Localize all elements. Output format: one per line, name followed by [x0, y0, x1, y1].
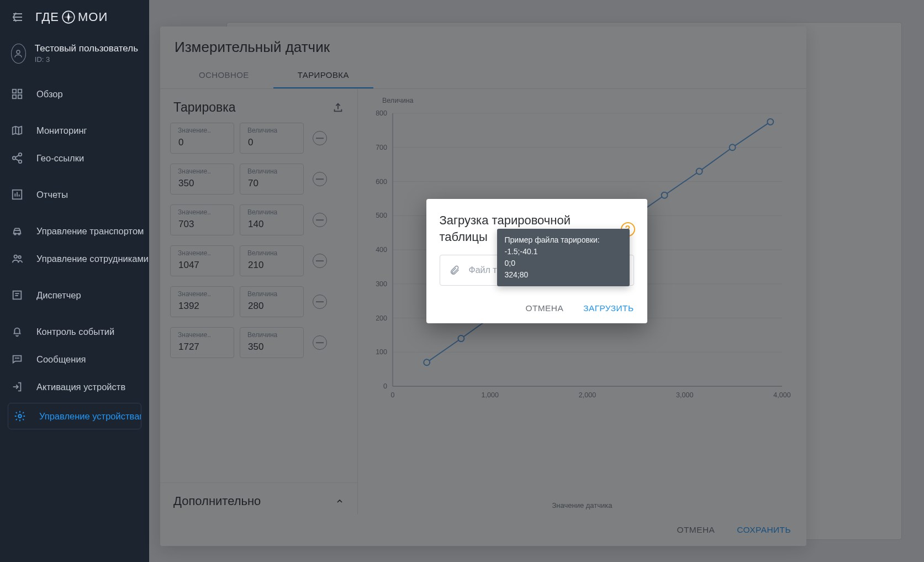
car-icon [11, 225, 23, 237]
svg-point-34 [18, 414, 22, 418]
user-id: ID: 3 [35, 55, 138, 64]
svg-point-6 [17, 50, 20, 54]
sidebar: ГДЕ МОИ Тестовый пользователь ID: 3 Обзо… [0, 0, 149, 562]
upload-dialog: Загрузка тарировочной таблицы ? Файл тар… [426, 199, 647, 323]
upload-cancel-button[interactable]: ОТМЕНА [525, 303, 563, 313]
chart-icon [11, 188, 23, 201]
attachment-icon [449, 264, 460, 276]
svg-line-18 [15, 159, 19, 161]
modal-overlay[interactable]: Загрузка тарировочной таблицы ? Файл тар… [149, 0, 924, 562]
brand-logo: ГДЕ МОИ [35, 10, 108, 24]
svg-rect-10 [18, 95, 22, 98]
main-area: Измерительный датчик ОСНОВНОЕ ТАРИРОВКА … [149, 0, 924, 562]
sidebar-item-dispatcher[interactable]: Диспетчер [0, 281, 149, 309]
sidebar-item-geolinks[interactable]: Гео-ссылки [0, 144, 149, 172]
message-icon [11, 353, 23, 365]
svg-point-26 [18, 256, 21, 259]
brand-part1: ГДЕ [35, 10, 59, 24]
svg-point-14 [19, 153, 22, 156]
bell-icon [11, 325, 23, 338]
svg-rect-8 [18, 90, 22, 93]
svg-point-16 [19, 160, 22, 164]
nav-list: Обзор Мониторинг Гео-ссылки Отчеты Управ… [0, 80, 149, 432]
sidebar-item-overview[interactable]: Обзор [0, 80, 149, 108]
user-block[interactable]: Тестовый пользователь ID: 3 [0, 38, 149, 77]
svg-point-30 [15, 358, 16, 359]
map-icon [11, 124, 23, 136]
svg-point-15 [13, 156, 16, 160]
example-tooltip: Пример файла тарировки: -1.5;-40.1 0;0 3… [497, 229, 630, 286]
compass-icon [61, 10, 76, 24]
svg-point-31 [17, 358, 18, 359]
sidebar-item-events[interactable]: Контроль событий [0, 318, 149, 345]
collapse-sidebar-icon[interactable] [11, 10, 24, 24]
sidebar-item-transport[interactable]: Управление транспортом [0, 217, 149, 245]
svg-rect-7 [13, 90, 16, 93]
sidebar-item-devices[interactable]: Управление устройствами [8, 403, 141, 429]
sidebar-item-reports[interactable]: Отчеты [0, 181, 149, 208]
brand-part2: МОИ [78, 10, 108, 24]
people-icon [11, 253, 23, 265]
svg-rect-9 [13, 95, 16, 98]
clipboard-icon [11, 289, 23, 301]
svg-point-32 [18, 358, 19, 359]
share-icon [11, 152, 23, 164]
svg-line-17 [15, 155, 19, 157]
svg-marker-5 [64, 16, 73, 18]
avatar-icon [11, 44, 26, 64]
sidebar-item-monitoring[interactable]: Мониторинг [0, 117, 149, 144]
user-name: Тестовый пользователь [35, 43, 138, 54]
upload-submit-button[interactable]: ЗАГРУЗИТЬ [583, 303, 633, 313]
sidebar-item-messages[interactable]: Сообщения [0, 345, 149, 373]
gear-icon [14, 410, 26, 422]
sidebar-item-activation[interactable]: Активация устройств [0, 373, 149, 401]
svg-point-25 [14, 255, 18, 259]
sidebar-item-employees[interactable]: Управление сотрудниками [0, 245, 149, 272]
login-icon [11, 381, 23, 393]
svg-marker-11 [13, 127, 22, 135]
dashboard-icon [11, 88, 23, 100]
